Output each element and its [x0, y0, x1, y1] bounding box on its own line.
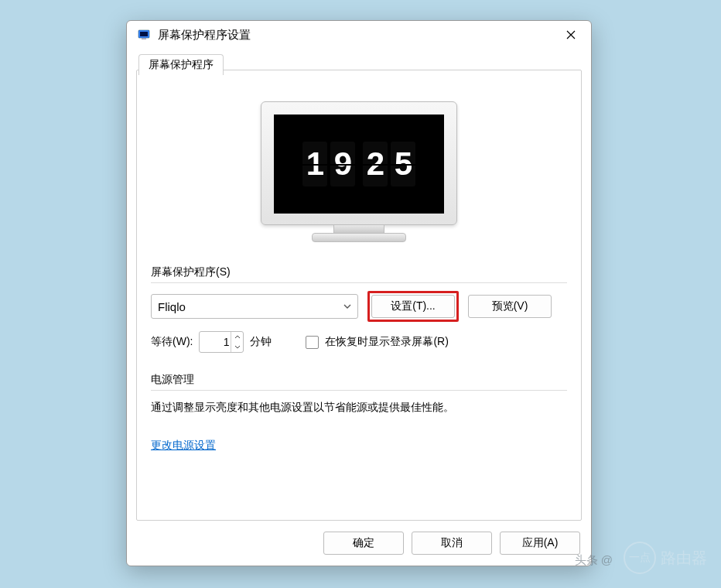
screensaver-settings-dialog: 屏幕保护程序设置 屏幕保护程序 1 9 2 5 — [126, 20, 592, 566]
wait-value[interactable] — [200, 335, 231, 349]
screensaver-selected: Fliqlo — [158, 300, 343, 313]
screensaver-group-label: 屏幕保护程序(S) — [151, 265, 567, 279]
cancel-button[interactable]: 取消 — [412, 532, 492, 555]
clock-hour-2: 9 — [330, 142, 355, 186]
svg-rect-1 — [140, 32, 148, 36]
screensaver-icon — [138, 29, 150, 41]
power-group-label: 电源管理 — [151, 373, 567, 387]
close-icon — [566, 30, 576, 39]
apply-button[interactable]: 应用(A) — [500, 532, 580, 555]
wait-label: 等待(W): — [151, 335, 193, 349]
preview-screen: 1 9 2 5 — [274, 115, 444, 214]
ok-button[interactable]: 确定 — [323, 532, 404, 555]
tab-screensaver[interactable]: 屏幕保护程序 — [138, 54, 224, 75]
watermark-text: 路由器 — [661, 548, 707, 569]
titlebar: 屏幕保护程序设置 — [127, 21, 591, 49]
clock-min-1: 2 — [363, 142, 388, 186]
tab-panel: 1 9 2 5 屏幕保护程序(S) Fliql — [136, 70, 582, 521]
clock-hour-1: 1 — [302, 142, 327, 186]
change-power-settings-link[interactable]: 更改电源设置 — [151, 439, 216, 451]
spinner-down[interactable] — [231, 342, 243, 352]
screensaver-combo[interactable]: Fliqlo — [151, 294, 358, 319]
watermark-logo-icon: 一点 — [624, 542, 656, 574]
close-button[interactable] — [557, 24, 585, 46]
dialog-buttons: 确定 取消 应用(A) — [323, 532, 580, 555]
watermark: 一点 路由器 — [624, 542, 707, 574]
settings-button[interactable]: 设置(T)... — [371, 295, 455, 318]
minutes-label: 分钟 — [250, 335, 272, 349]
spinner — [231, 332, 243, 352]
power-description: 通过调整显示亮度和其他电源设置以节省能源或提供最佳性能。 — [151, 398, 567, 415]
chevron-down-icon — [343, 304, 351, 309]
preview-button[interactable]: 预览(V) — [468, 295, 552, 318]
monitor-preview: 1 9 2 5 — [261, 101, 457, 242]
power-group: 电源管理 通过调整显示亮度和其他电源设置以节省能源或提供最佳性能。 更改电源设置 — [151, 373, 567, 453]
resume-login-checkbox[interactable] — [306, 336, 319, 349]
svg-rect-2 — [142, 38, 146, 39]
preview-area: 1 9 2 5 — [151, 101, 567, 242]
resume-login-label: 在恢复时显示登录屏幕(R) — [325, 335, 448, 349]
window-title: 屏幕保护程序设置 — [158, 28, 557, 43]
wait-minutes-input[interactable] — [199, 331, 244, 353]
screensaver-group: 屏幕保护程序(S) Fliqlo 设置(T)... 预览(V) 等待(W): — [151, 265, 567, 353]
spinner-up[interactable] — [231, 332, 243, 342]
settings-button-highlight: 设置(T)... — [367, 291, 459, 322]
clock-min-2: 5 — [391, 142, 415, 186]
